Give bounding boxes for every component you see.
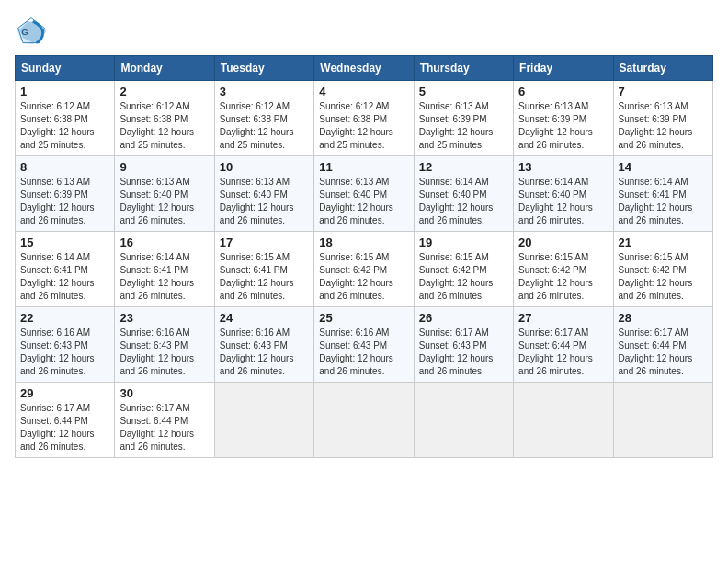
day-info: Sunrise: 6:13 AM Sunset: 6:39 PM Dayligh… <box>20 176 109 227</box>
day-info: Sunrise: 6:16 AM Sunset: 6:43 PM Dayligh… <box>319 327 408 378</box>
calendar-cell: 17 Sunrise: 6:15 AM Sunset: 6:41 PM Dayl… <box>214 232 313 307</box>
calendar-cell: 12 Sunrise: 6:14 AM Sunset: 6:40 PM Dayl… <box>414 156 513 232</box>
calendar-table: SundayMondayTuesdayWednesdayThursdayFrid… <box>15 55 713 458</box>
calendar-cell: 8 Sunrise: 6:13 AM Sunset: 6:39 PM Dayli… <box>16 156 115 232</box>
day-number: 17 <box>220 236 309 249</box>
calendar-cell: 29 Sunrise: 6:17 AM Sunset: 6:44 PM Dayl… <box>16 383 115 458</box>
day-header-friday: Friday <box>514 56 613 81</box>
day-info: Sunrise: 6:12 AM Sunset: 6:38 PM Dayligh… <box>20 100 109 152</box>
calendar-cell: 7 Sunrise: 6:13 AM Sunset: 6:39 PM Dayli… <box>613 81 712 156</box>
day-number: 29 <box>20 386 109 400</box>
day-number: 10 <box>220 160 309 174</box>
calendar-cell: 25 Sunrise: 6:16 AM Sunset: 6:43 PM Dayl… <box>314 307 414 383</box>
day-number: 28 <box>619 311 708 325</box>
day-info: Sunrise: 6:15 AM Sunset: 6:42 PM Dayligh… <box>419 251 508 303</box>
day-info: Sunrise: 6:14 AM Sunset: 6:41 PM Dayligh… <box>20 251 109 303</box>
week-row-4: 22 Sunrise: 6:16 AM Sunset: 6:43 PM Dayl… <box>16 307 713 383</box>
day-header-monday: Monday <box>115 56 214 81</box>
calendar-cell <box>514 383 613 458</box>
calendar-cell: 2 Sunrise: 6:12 AM Sunset: 6:38 PM Dayli… <box>115 81 214 156</box>
calendar-header-row: SundayMondayTuesdayWednesdayThursdayFrid… <box>16 56 713 81</box>
day-number: 2 <box>119 85 209 98</box>
day-info: Sunrise: 6:13 AM Sunset: 6:39 PM Dayligh… <box>619 100 708 152</box>
svg-text:G: G <box>21 27 28 37</box>
day-number: 15 <box>20 236 109 249</box>
day-number: 23 <box>119 311 209 325</box>
calendar-cell: 9 Sunrise: 6:13 AM Sunset: 6:40 PM Dayli… <box>115 156 214 232</box>
day-info: Sunrise: 6:16 AM Sunset: 6:43 PM Dayligh… <box>220 327 309 378</box>
day-info: Sunrise: 6:13 AM Sunset: 6:40 PM Dayligh… <box>220 176 309 227</box>
calendar-cell: 6 Sunrise: 6:13 AM Sunset: 6:39 PM Dayli… <box>514 81 613 156</box>
calendar-cell: 28 Sunrise: 6:17 AM Sunset: 6:44 PM Dayl… <box>613 307 712 383</box>
day-info: Sunrise: 6:14 AM Sunset: 6:40 PM Dayligh… <box>419 176 508 227</box>
page-header: G <box>15 15 713 48</box>
calendar-cell: 10 Sunrise: 6:13 AM Sunset: 6:40 PM Dayl… <box>214 156 313 232</box>
day-number: 9 <box>119 160 209 174</box>
week-row-3: 15 Sunrise: 6:14 AM Sunset: 6:41 PM Dayl… <box>16 232 713 307</box>
day-info: Sunrise: 6:15 AM Sunset: 6:42 PM Dayligh… <box>619 251 708 303</box>
calendar-cell: 21 Sunrise: 6:15 AM Sunset: 6:42 PM Dayl… <box>613 232 712 307</box>
day-number: 25 <box>319 311 408 325</box>
calendar-cell: 20 Sunrise: 6:15 AM Sunset: 6:42 PM Dayl… <box>514 232 613 307</box>
day-header-tuesday: Tuesday <box>214 56 313 81</box>
day-number: 14 <box>619 160 708 174</box>
calendar-cell: 22 Sunrise: 6:16 AM Sunset: 6:43 PM Dayl… <box>16 307 115 383</box>
calendar-cell: 23 Sunrise: 6:16 AM Sunset: 6:43 PM Dayl… <box>115 307 214 383</box>
day-info: Sunrise: 6:14 AM Sunset: 6:41 PM Dayligh… <box>119 251 209 303</box>
calendar-cell: 18 Sunrise: 6:15 AM Sunset: 6:42 PM Dayl… <box>314 232 414 307</box>
day-number: 26 <box>419 311 508 325</box>
day-number: 27 <box>518 311 608 325</box>
calendar-cell: 19 Sunrise: 6:15 AM Sunset: 6:42 PM Dayl… <box>414 232 513 307</box>
calendar-cell: 4 Sunrise: 6:12 AM Sunset: 6:38 PM Dayli… <box>314 81 414 156</box>
day-number: 7 <box>619 85 708 98</box>
day-info: Sunrise: 6:17 AM Sunset: 6:44 PM Dayligh… <box>20 402 109 454</box>
day-number: 18 <box>319 236 408 249</box>
day-info: Sunrise: 6:12 AM Sunset: 6:38 PM Dayligh… <box>319 100 408 152</box>
calendar-cell: 13 Sunrise: 6:14 AM Sunset: 6:40 PM Dayl… <box>514 156 613 232</box>
day-number: 4 <box>319 85 408 98</box>
calendar-cell: 14 Sunrise: 6:14 AM Sunset: 6:41 PM Dayl… <box>613 156 712 232</box>
calendar-cell: 3 Sunrise: 6:12 AM Sunset: 6:38 PM Dayli… <box>214 81 313 156</box>
day-info: Sunrise: 6:16 AM Sunset: 6:43 PM Dayligh… <box>119 327 209 378</box>
week-row-1: 1 Sunrise: 6:12 AM Sunset: 6:38 PM Dayli… <box>16 81 713 156</box>
day-header-saturday: Saturday <box>613 56 712 81</box>
day-header-thursday: Thursday <box>414 56 513 81</box>
calendar-cell: 26 Sunrise: 6:17 AM Sunset: 6:43 PM Dayl… <box>414 307 513 383</box>
day-number: 11 <box>319 160 408 174</box>
calendar-cell: 11 Sunrise: 6:13 AM Sunset: 6:40 PM Dayl… <box>314 156 414 232</box>
calendar-cell: 15 Sunrise: 6:14 AM Sunset: 6:41 PM Dayl… <box>16 232 115 307</box>
calendar-cell <box>613 383 712 458</box>
day-info: Sunrise: 6:17 AM Sunset: 6:44 PM Dayligh… <box>518 327 608 378</box>
day-number: 5 <box>419 85 508 98</box>
day-info: Sunrise: 6:15 AM Sunset: 6:42 PM Dayligh… <box>319 251 408 303</box>
day-number: 13 <box>518 160 608 174</box>
day-number: 24 <box>220 311 309 325</box>
day-info: Sunrise: 6:13 AM Sunset: 6:40 PM Dayligh… <box>119 176 209 227</box>
day-info: Sunrise: 6:14 AM Sunset: 6:41 PM Dayligh… <box>619 176 708 227</box>
day-info: Sunrise: 6:12 AM Sunset: 6:38 PM Dayligh… <box>119 100 209 152</box>
calendar-cell: 27 Sunrise: 6:17 AM Sunset: 6:44 PM Dayl… <box>514 307 613 383</box>
day-header-sunday: Sunday <box>16 56 115 81</box>
calendar-cell: 16 Sunrise: 6:14 AM Sunset: 6:41 PM Dayl… <box>115 232 214 307</box>
day-info: Sunrise: 6:14 AM Sunset: 6:40 PM Dayligh… <box>518 176 608 227</box>
calendar-cell: 30 Sunrise: 6:17 AM Sunset: 6:44 PM Dayl… <box>115 383 214 458</box>
day-info: Sunrise: 6:17 AM Sunset: 6:43 PM Dayligh… <box>419 327 508 378</box>
day-info: Sunrise: 6:17 AM Sunset: 6:44 PM Dayligh… <box>619 327 708 378</box>
logo-icon: G <box>15 15 48 48</box>
day-info: Sunrise: 6:15 AM Sunset: 6:41 PM Dayligh… <box>220 251 309 303</box>
calendar-cell <box>314 383 414 458</box>
calendar-cell <box>214 383 313 458</box>
day-info: Sunrise: 6:15 AM Sunset: 6:42 PM Dayligh… <box>518 251 608 303</box>
calendar-cell: 5 Sunrise: 6:13 AM Sunset: 6:39 PM Dayli… <box>414 81 513 156</box>
day-number: 30 <box>119 386 209 400</box>
day-number: 21 <box>619 236 708 249</box>
calendar-cell: 24 Sunrise: 6:16 AM Sunset: 6:43 PM Dayl… <box>214 307 313 383</box>
day-number: 19 <box>419 236 508 249</box>
day-number: 1 <box>20 85 109 98</box>
week-row-5: 29 Sunrise: 6:17 AM Sunset: 6:44 PM Dayl… <box>16 383 713 458</box>
day-info: Sunrise: 6:16 AM Sunset: 6:43 PM Dayligh… <box>20 327 109 378</box>
day-number: 3 <box>220 85 309 98</box>
calendar-cell <box>414 383 513 458</box>
calendar-cell: 1 Sunrise: 6:12 AM Sunset: 6:38 PM Dayli… <box>16 81 115 156</box>
day-info: Sunrise: 6:13 AM Sunset: 6:40 PM Dayligh… <box>319 176 408 227</box>
